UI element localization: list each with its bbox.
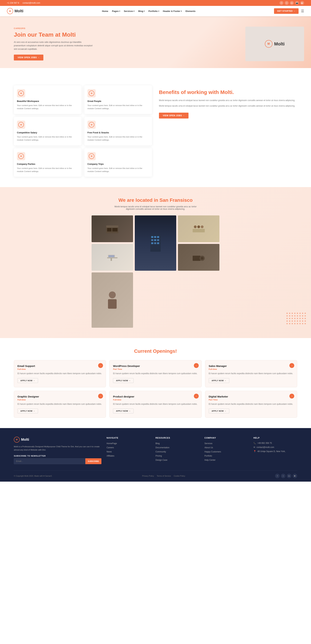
facebook-icon[interactable]: f bbox=[280, 1, 283, 5]
job-type-5: Part Time bbox=[209, 399, 294, 401]
get-started-button[interactable]: GET STARTED → bbox=[274, 8, 298, 14]
footer-bottom: © Copyright Molti 2020. Made with ♥ Sama… bbox=[14, 470, 297, 478]
nav-header-footer[interactable]: Header & Footer ▾ bbox=[163, 10, 182, 12]
benefit-card-4: M Company Parties Your content goes here… bbox=[14, 148, 82, 177]
benefit-title-1: Great People bbox=[88, 100, 149, 102]
terms-link[interactable]: Terms of Service bbox=[157, 475, 171, 477]
cookie-policy-link[interactable]: Cookie Policy bbox=[174, 475, 185, 477]
footer-brand: M Molti Molti is a Professionally Design… bbox=[14, 437, 102, 464]
nav-portfolio[interactable]: Portfolio ▾ bbox=[148, 10, 159, 12]
footer-link-help-center[interactable]: Help Center bbox=[204, 459, 216, 461]
footer-link-design-case[interactable]: Design Case bbox=[156, 459, 168, 461]
instagram-icon[interactable]: 📷 bbox=[295, 1, 299, 5]
job-card-5: → Digital Marketer Part Time Et harum qu… bbox=[205, 391, 297, 418]
hero-cta-button[interactable]: VIEW OPEN JOBS → bbox=[14, 54, 43, 60]
footer-link-services[interactable]: Services bbox=[204, 442, 212, 445]
nav-logo[interactable]: M Molti bbox=[7, 8, 23, 14]
footer-link-pricing[interactable]: Pricing bbox=[156, 455, 162, 457]
youtube-icon[interactable]: ▶ bbox=[300, 1, 304, 5]
job-desc-1: Et harum quidem rerum facilis expedita d… bbox=[113, 372, 198, 375]
apply-button-0[interactable]: APPLY NOW → bbox=[18, 378, 38, 383]
benefit-icon-inner-2: M bbox=[18, 122, 24, 128]
location-title: We are located in San Fransisco bbox=[14, 198, 297, 203]
footer-facebook-icon[interactable]: f bbox=[275, 474, 280, 478]
footer-youtube-icon[interactable]: ▶ bbox=[293, 474, 297, 478]
logo-text: Molti bbox=[14, 9, 23, 13]
job-title-3: Graphic Designer bbox=[18, 395, 102, 398]
twitter-icon[interactable]: t bbox=[285, 1, 288, 5]
footer-resources-links: Blog Documentation Community Pricing Des… bbox=[156, 442, 199, 461]
svg-rect-13 bbox=[157, 242, 159, 244]
svg-point-24 bbox=[201, 257, 204, 260]
privacy-policy-link[interactable]: Privacy Policy bbox=[142, 475, 154, 477]
apply-button-1[interactable]: APPLY NOW → bbox=[113, 378, 134, 383]
copyright-text: © Copyright Molti 2020. Made with ♥ Sama… bbox=[14, 475, 52, 477]
job-arrow-5[interactable]: → bbox=[290, 394, 294, 398]
benefit-title-0: Beautiful Workspace bbox=[17, 100, 78, 102]
apply-button-5[interactable]: APPLY NOW → bbox=[209, 408, 229, 414]
job-desc-2: Et harum quidem rerum facilis expedita d… bbox=[209, 372, 294, 375]
hero-title-plain: Join our Team at bbox=[14, 31, 62, 38]
benefit-card-5: M Company Trips Your content goes here. … bbox=[84, 148, 152, 177]
job-title-4: Product designer bbox=[113, 395, 198, 398]
job-type-0: Full-time bbox=[18, 368, 102, 370]
footer-link-portfolio[interactable]: Portfolio bbox=[204, 455, 212, 457]
top-bar-social: f t in 📷 ▶ bbox=[280, 1, 304, 5]
footer-link-documentation[interactable]: Documentation bbox=[156, 446, 170, 449]
footer-link-homepage[interactable]: HomePage bbox=[106, 442, 117, 445]
benefit-icon-1: M bbox=[88, 89, 96, 98]
svg-point-16 bbox=[201, 226, 204, 228]
job-arrow-1[interactable]: → bbox=[194, 363, 199, 368]
job-card-4: → Product designer Full-time Et harum qu… bbox=[109, 391, 202, 418]
footer-resources-heading: RESOURCES bbox=[156, 437, 199, 439]
benefit-desc-4: Your content goes here. Edit or remove t… bbox=[17, 167, 78, 173]
footer-twitter-icon[interactable]: t bbox=[281, 474, 286, 478]
newsletter-input[interactable] bbox=[14, 458, 85, 464]
nav-blog[interactable]: Blog ▾ bbox=[138, 10, 144, 12]
benefits-title-colored: Benefits bbox=[159, 89, 179, 95]
nav-services[interactable]: Services ▾ bbox=[124, 10, 134, 12]
footer-email: ✉ contact@molti.com bbox=[254, 446, 297, 448]
openings-title-colored: Openings! bbox=[153, 348, 177, 354]
chevron-icon: ▾ bbox=[119, 10, 120, 12]
nav-pages[interactable]: Pages ▾ bbox=[112, 10, 120, 12]
linkedin-icon[interactable]: in bbox=[290, 1, 294, 5]
job-arrow-4[interactable]: → bbox=[194, 394, 199, 398]
job-desc-5: Et harum quidem rerum facilis expedita d… bbox=[209, 402, 294, 406]
apply-button-3[interactable]: APPLY NOW → bbox=[18, 408, 38, 414]
benefit-icon-4: M bbox=[17, 152, 25, 160]
job-arrow-3[interactable]: → bbox=[98, 394, 103, 398]
apply-button-4[interactable]: APPLY NOW → bbox=[113, 408, 134, 414]
benefit-desc-0: Your content goes here. Edit or remove t… bbox=[17, 104, 78, 110]
svg-rect-17 bbox=[193, 229, 205, 232]
benefit-card-2: M Competitive Salary Your content goes h… bbox=[14, 117, 82, 146]
hero-description: At vero eos et accusamus iusto odio dign… bbox=[14, 40, 93, 51]
footer-link-community[interactable]: Community bbox=[156, 450, 166, 453]
footer-link-careers[interactable]: Careers bbox=[106, 446, 114, 449]
openings-title: Current Openings! bbox=[14, 348, 297, 354]
job-title-2: Sales Manager bbox=[209, 364, 294, 368]
footer-link-happy-customers[interactable]: Happy Customers bbox=[204, 450, 221, 453]
hero-title-brand: Molti bbox=[62, 31, 76, 38]
footer-link-blog[interactable]: Blog bbox=[156, 442, 160, 445]
svg-rect-12 bbox=[154, 242, 156, 244]
footer-navigate-heading: NAVIGATE bbox=[106, 437, 150, 439]
footer-linkedin-icon[interactable]: in bbox=[287, 474, 291, 478]
openings-title-plain: Current bbox=[134, 348, 153, 354]
job-type-3: Full-time bbox=[18, 399, 102, 401]
newsletter-submit-button[interactable]: SUBSCRIBE bbox=[85, 458, 102, 464]
benefits-cta-button[interactable]: VIEW OPEN JOBS → bbox=[159, 113, 188, 118]
nav-elements[interactable]: Elements bbox=[186, 10, 196, 12]
footer-link-news[interactable]: News bbox=[106, 450, 112, 453]
footer-link-affiliates[interactable]: Affiliates bbox=[106, 455, 114, 457]
nav-home[interactable]: Home bbox=[102, 10, 108, 12]
job-type-4: Full-time bbox=[113, 399, 198, 401]
apply-button-2[interactable]: APPLY NOW → bbox=[209, 378, 229, 383]
hero-logo-box: M Molti bbox=[245, 26, 304, 61]
footer-company-col: COMPANY Services About Us Happy Customer… bbox=[204, 437, 248, 464]
svg-rect-5 bbox=[151, 236, 153, 238]
footer-link-about[interactable]: About Us bbox=[204, 446, 213, 449]
location-title-plain: We are located in bbox=[118, 198, 160, 203]
hamburger-icon[interactable]: ☰ bbox=[301, 9, 304, 13]
nav-right: GET STARTED → ☰ bbox=[274, 8, 304, 14]
